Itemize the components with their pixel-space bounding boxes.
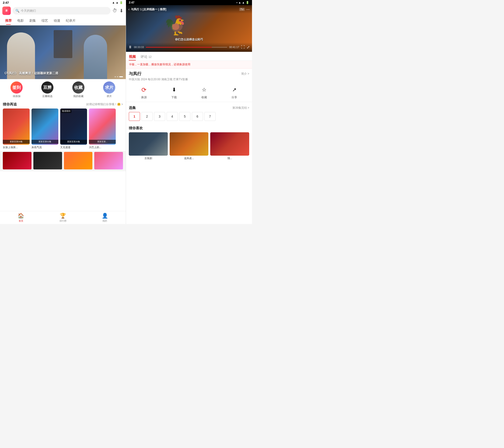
ep-3[interactable]: 3 xyxy=(154,112,165,121)
search-bar[interactable]: 🔍 今天的她们 xyxy=(13,7,111,15)
tab-anime[interactable]: 动漫 xyxy=(51,17,63,25)
rec-card-2[interactable]: 情... xyxy=(210,132,249,160)
quick-link-qiandao[interactable]: 签到 待添加 xyxy=(11,81,23,98)
app-logo[interactable]: 爱 xyxy=(2,6,11,15)
small-card-2[interactable] xyxy=(64,152,93,169)
download-icon[interactable]: ⬇ xyxy=(120,8,124,14)
expand-button[interactable]: ⤢ xyxy=(247,45,250,50)
notice-banner: 卡顿，一直加载，播放失败等情况，还请换源使用 xyxy=(126,61,252,69)
dot-1 xyxy=(115,76,116,77)
video-card-3[interactable]: 更新至第... 大巴上的... xyxy=(89,108,116,149)
right-time: 2:47 xyxy=(129,1,134,4)
nav-rank[interactable]: 🏆 排行榜 xyxy=(42,211,84,224)
ep-1[interactable]: 1 xyxy=(129,112,140,121)
tab-variety[interactable]: 综艺 xyxy=(39,17,51,25)
rec-card-0[interactable]: 古装剧 xyxy=(129,132,168,160)
quick-links: 签到 待添加 豆辨 豆瓣精选 收藏 我的收藏 求片 求片 xyxy=(0,79,126,100)
share-more[interactable]: 好用记得帮我们分享哦！🤗 > xyxy=(86,102,123,107)
tab-drama[interactable]: 剧集 xyxy=(27,17,39,25)
nav-home[interactable]: 🏠 首页 xyxy=(0,211,42,224)
video-thumb-1: 更新至第02集 xyxy=(32,108,58,145)
left-panel: 2:47 ▲ ▲ 🔋 爱 🔍 今天的她们 ⏱ ⬇ 推荐 电影 剧集 综艺 xyxy=(0,0,126,224)
progress-fill xyxy=(146,47,212,48)
quick-link-douban[interactable]: 豆辨 豆瓣精选 xyxy=(41,81,54,98)
ep-6[interactable]: 6 xyxy=(192,112,203,121)
ep-7[interactable]: 7 xyxy=(204,112,216,121)
signal-icon: ▲ xyxy=(116,1,119,4)
ep-5[interactable]: 5 xyxy=(179,112,190,121)
rooster-icon: 🐓 xyxy=(164,15,187,36)
rec-card-1[interactable]: 追风老... xyxy=(170,132,209,160)
play-pause-button[interactable]: ⏸ xyxy=(128,45,132,49)
tab-movie[interactable]: 电影 xyxy=(15,17,27,25)
player-more-button[interactable]: ··· xyxy=(246,7,250,12)
video-cards-row: 更新至第04集 女孩上场第... 更新至第02集 灰色气流 敬请期待 更新至第2… xyxy=(0,108,126,151)
qiandao-icon: 签到 xyxy=(11,81,23,93)
total-time: 00:41:17 xyxy=(229,46,239,49)
quick-link-qiupian[interactable]: 求片 求片 xyxy=(103,81,115,98)
action-huanyuan[interactable]: ⟳ 换源 xyxy=(129,85,159,99)
player-title: 与凤行 1 [左岸线路一 | 推荐] xyxy=(131,7,238,11)
huanyuan-icon: ⟳ xyxy=(139,85,149,94)
back-button[interactable]: ‹ xyxy=(128,7,129,11)
small-thumb-1 xyxy=(33,152,62,169)
tab-comments[interactable]: 评论 12 xyxy=(141,53,152,60)
qiandao-label: 待添加 xyxy=(13,94,20,98)
ep-4[interactable]: 4 xyxy=(167,112,178,121)
drama-intro-link[interactable]: 简介 > xyxy=(241,72,249,76)
rec-thumb-0 xyxy=(129,132,168,156)
comment-count: 12 xyxy=(148,55,151,59)
tab-documentary[interactable]: 纪录片 xyxy=(63,17,78,25)
r-signal-icon: ▲ xyxy=(242,1,245,4)
r-img-icon: ▪ xyxy=(236,1,237,4)
action-buttons: ⟳ 换源 ⬇ 下载 ☆ 收藏 ↗ 分享 xyxy=(126,83,252,102)
video-thumb-0: 更新至第04集 xyxy=(3,108,30,145)
action-collect[interactable]: ☆ 收藏 xyxy=(189,85,219,99)
small-thumb-0 xyxy=(3,152,32,169)
video-thumb-2: 敬请期待 更新至第20集 xyxy=(60,108,87,145)
small-card-1[interactable] xyxy=(33,152,62,169)
small-card-0[interactable] xyxy=(3,152,32,169)
tab-recommend[interactable]: 推荐 xyxy=(2,17,15,25)
rec-thumb-1 xyxy=(170,132,209,156)
content-tabs: 视频 评论 12 xyxy=(126,52,252,61)
download-label: 下载 xyxy=(171,95,177,99)
shoucang-icon: 收藏 xyxy=(72,81,85,93)
action-download[interactable]: ⬇ 下载 xyxy=(159,85,189,99)
update-0: 更新至第04集 xyxy=(3,140,30,144)
profile-icon: 👤 xyxy=(102,213,108,219)
history-icon[interactable]: ⏱ xyxy=(112,8,117,14)
douban-icon: 豆辨 xyxy=(41,81,54,93)
tab-video[interactable]: 视频 xyxy=(129,53,136,60)
fullscreen-button[interactable]: ⛶ xyxy=(241,45,245,49)
episodes-header: 选集 第39集完结 > xyxy=(129,106,249,110)
qiupian-icon: 求片 xyxy=(103,81,115,93)
banner-image: 《与凤行》 高燃爽逆！赵丽颖林更新二搭 xyxy=(0,25,126,79)
video-player[interactable]: 🐓 ‹ 与凤行 1 [左岸线路一 | 推荐] TV ··· 你们怎么说得这么轻巧… xyxy=(126,5,252,52)
r-battery-icon: 🔋 xyxy=(246,1,249,4)
guess-section-header: 猜你再追 好用记得帮我们分享哦！🤗 > xyxy=(0,100,126,108)
nav-profile[interactable]: 👤 我的 xyxy=(84,211,126,224)
r-wifi-icon: ▲ xyxy=(238,1,241,4)
banner-area[interactable]: 《与凤行》 高燃爽逆！赵丽颖林更新二搭 xyxy=(0,25,126,79)
shoucang-label: 我的收藏 xyxy=(73,94,84,98)
video-title-0: 女孩上场第... xyxy=(3,146,30,149)
ep-2[interactable]: 2 xyxy=(141,112,153,121)
action-share[interactable]: ↗ 分享 xyxy=(219,85,249,99)
episodes-more[interactable]: 第39集完结 > xyxy=(233,106,249,110)
banner-figure-male xyxy=(84,35,107,79)
tv-button[interactable]: TV xyxy=(239,8,245,11)
video-card-1[interactable]: 更新至第02集 灰色气流 xyxy=(32,108,58,149)
episodes-grid: 1 2 3 4 5 6 7 xyxy=(129,112,249,121)
drama-title: 与凤行 xyxy=(129,71,141,76)
recommend-section: 猜你喜欢 古装剧 追风老... 情... xyxy=(126,124,252,161)
share-label: 分享 xyxy=(232,95,237,99)
small-card-3[interactable] xyxy=(94,152,123,169)
update-3: 更新至第... xyxy=(89,140,116,144)
video-card-0[interactable]: 更新至第04集 女孩上场第... xyxy=(3,108,30,149)
wifi-icon: ▲ xyxy=(112,1,115,4)
video-card-2[interactable]: 敬请期待 更新至第20集 又见逍遥 xyxy=(60,108,87,149)
progress-bar[interactable] xyxy=(146,47,227,48)
quick-link-shoucang[interactable]: 收藏 我的收藏 xyxy=(72,81,85,98)
update-1: 更新至第02集 xyxy=(32,140,58,144)
